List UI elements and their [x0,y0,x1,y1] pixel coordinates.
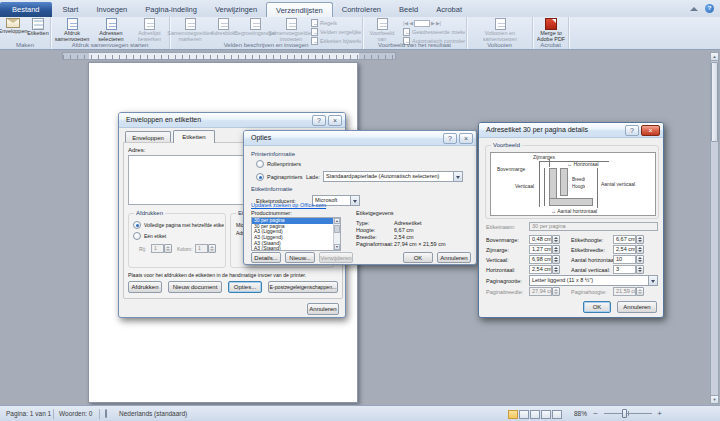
page-printer-radio[interactable] [256,173,264,181]
tab-bestand[interactable]: Bestand [0,2,52,17]
page-indicator[interactable]: Pagina: 1 van 1 [6,406,51,421]
chevron-down-icon[interactable] [350,196,359,205]
dialog-help-button[interactable]: ? [312,115,326,126]
language-indicator[interactable]: Nederlands (standaard) [119,406,187,421]
draft-view-button[interactable] [552,410,562,419]
print-button[interactable]: Afdrukken [128,281,162,293]
minimize-ribbon-icon[interactable] [690,7,698,11]
help-icon[interactable]: ? [705,4,714,13]
list-scrollbar[interactable]: ▲ ▼ [333,218,340,250]
page-format-label: Paginaformaat: [356,241,393,247]
office-updates-link[interactable]: Updates zoeken op Office.com [251,202,326,208]
cancel-button[interactable]: Annuleren [617,301,657,313]
horizontal-pitch-spinner[interactable] [552,265,560,274]
label-width-label: Etiketbreedte: [571,247,613,253]
epostage-button[interactable]: E-postzegeleigenschappen... [268,281,338,293]
tray-dropdown[interactable]: Standaardpapierlade (Automatisch selecte… [323,171,463,182]
number-across-spinner[interactable] [636,255,644,264]
zoom-slider-thumb[interactable] [622,409,627,418]
zoom-out-icon[interactable]: − [593,406,598,421]
list-item[interactable]: A3 (Staand) [252,246,340,251]
tab-controleren[interactable]: Controleren [333,2,390,17]
label-width-input[interactable]: 2,54 cm [613,245,636,254]
ribbon-button-merge-to-adobe-pdf[interactable]: Merge to Adobe PDF [535,18,567,41]
top-margin-spinner[interactable] [552,235,560,244]
diagram-label-row [549,198,593,206]
zoom-slider[interactable] [604,409,652,418]
number-down-input[interactable]: 3 [613,265,636,274]
tab-beeld[interactable]: Beeld [390,2,427,17]
chevron-down-icon[interactable] [453,172,462,181]
page-size-dropdown[interactable]: Letter liggend (11 x 8 ½") [529,275,658,286]
cancel-button[interactable]: Annuleren [307,303,339,315]
diagram-number-across-label: Aantal horizontaal [551,208,597,214]
options-button[interactable]: Opties... [228,281,262,293]
continuous-printer-radio[interactable] [256,160,264,168]
full-page-radio[interactable] [133,221,141,229]
details-button[interactable]: Details... [251,252,281,263]
tab-verwijzingen[interactable]: Verwijzingen [206,2,266,17]
ribbon-button-afdruk-samenvoegen-starten[interactable]: Afdruk samenvoegen starten [53,18,91,41]
ribbon-button-etiketten[interactable]: Etiketten [26,18,50,41]
label-height-input[interactable]: 6,67 cm [613,235,636,244]
ribbon-group-velden: Samenvoegvelden markeren Adresblok Begro… [170,17,363,49]
outline-view-button[interactable] [541,410,551,419]
dialog-close-icon[interactable]: × [328,115,342,126]
scroll-down-icon[interactable]: ▼ [334,244,340,250]
tab-start[interactable]: Start [54,2,88,17]
dialog-help-button[interactable]: ? [625,125,639,136]
product-number-list[interactable]: 30 per pagina 30 per pagina A3 (Liggend)… [251,217,341,251]
label-height-spinner[interactable] [636,235,644,244]
horizontal-pitch-input[interactable]: 2,54 cm [529,265,552,274]
vertical-scrollbar[interactable]: ▲ ▼ [710,52,719,404]
word-count[interactable]: Woorden: 0 [59,406,92,421]
dialog-titlebar[interactable]: Opties ? × [244,131,476,146]
group-label-voorbeeld: Voorbeeld van het resultaat [363,42,466,48]
tab-etiketten[interactable]: Etiketten [173,130,215,143]
ok-button[interactable]: OK [403,252,433,263]
dialog-help-button[interactable]: ? [443,133,457,144]
zoom-level[interactable]: 88% [574,406,587,421]
number-across-input[interactable]: 10 [613,255,636,264]
label-width-spinner[interactable] [636,245,644,254]
vertical-pitch-spinner[interactable] [552,255,560,264]
print-layout-view-button[interactable] [508,410,518,419]
top-margin-input[interactable]: 0,48 cm [529,235,552,244]
single-label-radio[interactable] [133,232,141,240]
scroll-up-icon[interactable]: ▲ [711,53,718,61]
ribbon-button-voltooien-samenvoegen: Voltooien en samenvoegen [485,18,515,41]
web-layout-view-button[interactable] [530,410,540,419]
horizontal-ruler[interactable] [62,52,396,60]
zoom-in-icon[interactable]: + [657,406,662,421]
tab-verzendlijsten[interactable]: Verzendlijsten [266,2,333,17]
scrollbar-thumb[interactable] [334,225,340,233]
scrollbar-thumb[interactable] [711,62,718,142]
vertical-pitch-input[interactable]: 6,98 cm [529,255,552,264]
chevron-down-icon[interactable] [648,276,657,285]
spellcheck-icon[interactable] [105,409,107,418]
dialog-titlebar[interactable]: Enveloppen en etiketten ? × [119,113,345,128]
new-document-button[interactable]: Nieuw document [168,281,222,293]
greeting-line-icon [250,18,261,30]
dialog-close-icon[interactable]: × [459,133,473,144]
side-margin-input[interactable]: 1,27 cm [529,245,552,254]
scroll-up-icon[interactable]: ▲ [334,218,340,224]
product-number-label: Productnummer: [251,210,292,216]
ribbon-button-enveloppen[interactable]: Enveloppen [1,18,25,41]
fullscreen-view-button[interactable] [519,410,529,419]
number-down-spinner[interactable] [636,265,644,274]
ribbon-button-adressen-selecteren[interactable]: Adressen selecteren [92,18,130,41]
scroll-down-icon[interactable]: ▼ [711,395,718,403]
tab-pagina-indeling[interactable]: Pagina-indeling [136,2,206,17]
new-label-button[interactable]: Nieuw... [285,252,315,263]
tab-invoegen[interactable]: Invoegen [87,2,136,17]
cancel-button[interactable]: Annuleren [437,252,471,263]
dialog-close-icon[interactable]: × [641,125,660,136]
preview-group-label: Voorbeeld [491,142,522,149]
tab-acrobat[interactable]: Acrobat [427,2,471,17]
tray-label: Lade: [306,174,320,180]
type-label: Type: [356,220,369,226]
side-margin-spinner[interactable] [552,245,560,254]
ok-button[interactable]: OK [583,301,611,313]
dialog-titlebar[interactable]: Adresetiket 30 per pagina details ? × [479,123,663,138]
